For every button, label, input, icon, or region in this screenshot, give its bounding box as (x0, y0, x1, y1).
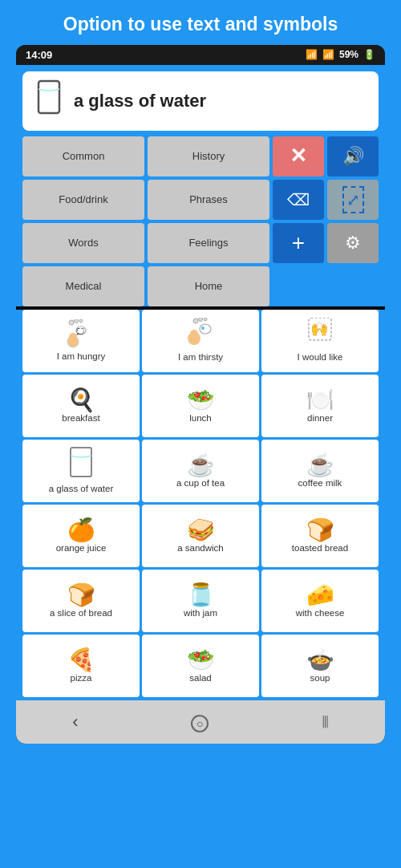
symbol-glass-water[interactable]: a glass of water (22, 440, 140, 502)
salad-label: salad (189, 673, 212, 684)
signal-icon: 📶 (322, 49, 334, 60)
hungry-icon: 💭 (65, 319, 97, 351)
with-cheese-label: with cheese (296, 608, 345, 619)
category-actions-grid: Common History ✕ 🔊 Food/drink Phrases (22, 136, 379, 306)
symbol-breakfast[interactable]: 🍳 breakfast (22, 375, 140, 437)
svg-text:💭: 💭 (76, 327, 84, 335)
symbol-i-am-hungry[interactable]: 💭 I am hungry (22, 310, 140, 372)
breakfast-label: breakfast (62, 413, 99, 424)
category-words[interactable]: Words (22, 223, 144, 263)
svg-point-13 (199, 318, 203, 322)
would-like-label: I would like (298, 352, 343, 363)
thirsty-icon (184, 318, 217, 352)
symbol-pizza[interactable]: 🍕 pizza (22, 635, 140, 697)
action-speak[interactable]: 🔊 (327, 136, 379, 176)
would-like-icon: 🙌 (304, 318, 336, 352)
svg-point-9 (190, 330, 198, 338)
soup-label: soup (310, 673, 330, 684)
symbol-cup-tea[interactable]: ☕ a cup of tea (142, 440, 259, 502)
symbol-soup[interactable]: 🍲 soup (261, 635, 379, 697)
breakfast-icon: 🍳 (67, 387, 95, 413)
menu-icon: ⦀ (322, 712, 329, 732)
menu-button[interactable]: ⦀ (302, 708, 348, 736)
wifi-icon: 📶 (306, 49, 318, 60)
home-button[interactable]: ○ (172, 708, 228, 736)
glass-water-icon (67, 446, 95, 484)
toasted-bread-icon: 🍞 (306, 517, 334, 543)
empty-cell-1 (273, 266, 379, 306)
category-food-drink[interactable]: Food/drink (22, 180, 144, 220)
phone-frame: 14:09 📶 📶 59% 🔋 a glass of water (16, 45, 385, 744)
coffee-milk-icon: ☕ (306, 452, 334, 478)
status-right: 📶 📶 59% 🔋 (306, 49, 375, 60)
svg-point-11 (201, 327, 205, 330)
category-feelings[interactable]: Feelings (148, 223, 269, 263)
action-expand[interactable]: ⤢ (327, 180, 379, 220)
cup-tea-icon: ☕ (187, 452, 215, 478)
nav-bar: ‹ ○ ⦀ (16, 700, 385, 744)
category-medical[interactable]: Medical (22, 266, 144, 306)
symbol-coffee-milk[interactable]: ☕ coffee milk (261, 440, 379, 502)
svg-point-12 (193, 318, 198, 323)
symbol-with-cheese[interactable]: 🧀 with cheese (261, 570, 379, 632)
coffee-milk-label: coffee milk (298, 478, 342, 489)
symbol-slice-bread[interactable]: 🍞 a slice of bread (22, 570, 140, 632)
time: 14:09 (26, 49, 52, 61)
backspace-icon: ⌫ (287, 190, 310, 209)
back-icon: ‹ (72, 712, 78, 732)
symbol-orange-juice[interactable]: 🍊 orange juice (22, 505, 140, 567)
expand-icon: ⤢ (342, 186, 364, 213)
svg-point-5 (69, 320, 74, 325)
gear-icon: ⚙ (345, 233, 361, 254)
back-button[interactable]: ‹ (53, 708, 97, 736)
action-clear[interactable]: ✕ (273, 136, 324, 176)
dinner-label: dinner (307, 413, 333, 424)
symbol-i-would-like[interactable]: 🙌 I would like (261, 310, 379, 372)
thirsty-label: I am thirsty (178, 352, 223, 363)
orange-juice-label: orange juice (56, 543, 107, 554)
action-add[interactable]: + (273, 223, 324, 263)
salad-icon: 🥗 (187, 647, 215, 673)
lunch-icon: 🥗 (187, 387, 215, 413)
svg-rect-17 (71, 448, 91, 477)
action-backspace[interactable]: ⌫ (273, 180, 324, 220)
battery-icon: 🔋 (363, 49, 375, 60)
soup-icon: 🍲 (306, 647, 334, 673)
toasted-bread-label: toasted bread (292, 543, 348, 554)
category-history[interactable]: History (148, 136, 269, 176)
symbol-salad[interactable]: 🥗 salad (142, 635, 259, 697)
slice-bread-icon: 🍞 (67, 582, 95, 608)
dinner-icon: 🍽️ (306, 387, 334, 413)
with-jam-label: with jam (184, 608, 217, 619)
speaker-icon: 🔊 (342, 146, 364, 167)
symbol-i-am-thirsty[interactable]: I am thirsty (142, 310, 259, 372)
category-phrases[interactable]: Phrases (148, 180, 269, 220)
symbol-lunch[interactable]: 🥗 lunch (142, 375, 259, 437)
svg-rect-0 (38, 81, 59, 113)
glass-water-label: a glass of water (49, 484, 114, 495)
output-icon (34, 79, 64, 123)
with-cheese-icon: 🧀 (306, 582, 334, 608)
lunch-label: lunch (189, 413, 212, 424)
output-text: a glass of water (74, 91, 206, 112)
status-bar: 14:09 📶 📶 59% 🔋 (16, 45, 385, 65)
symbol-dinner[interactable]: 🍽️ dinner (261, 375, 379, 437)
pizza-label: pizza (71, 673, 92, 684)
category-home[interactable]: Home (148, 266, 269, 306)
symbol-with-jam[interactable]: 🫙 with jam (142, 570, 259, 632)
pizza-icon: 🍕 (67, 647, 95, 673)
symbol-sandwich[interactable]: 🥪 a sandwich (142, 505, 259, 567)
svg-point-14 (204, 318, 207, 321)
svg-point-7 (79, 319, 83, 322)
symbols-grid: 💭 I am hungry (16, 310, 385, 700)
symbol-toasted-bread[interactable]: 🍞 toasted bread (261, 505, 379, 567)
home-icon: ○ (191, 715, 209, 732)
svg-point-6 (75, 319, 79, 323)
slice-bread-label: a slice of bread (50, 608, 112, 619)
category-common[interactable]: Common (22, 136, 144, 176)
svg-text:🙌: 🙌 (310, 320, 329, 338)
sandwich-label: a sandwich (177, 543, 224, 554)
action-settings[interactable]: ⚙ (327, 223, 379, 263)
x-icon: ✕ (290, 144, 307, 168)
output-box[interactable]: a glass of water (22, 71, 379, 131)
